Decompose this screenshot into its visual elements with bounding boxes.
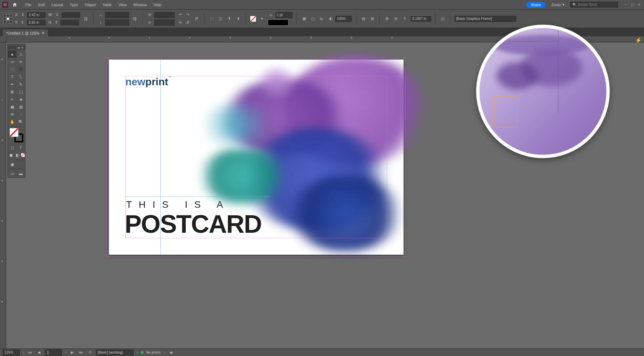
rotate-ccw-icon[interactable]: ↶: [177, 12, 184, 18]
close-icon[interactable]: ✕: [638, 3, 642, 7]
maximize-icon[interactable]: ◻: [631, 3, 635, 7]
menu-view[interactable]: View: [115, 0, 130, 10]
rectangle-frame-tool[interactable]: ⊠: [8, 88, 16, 96]
view-mode-icon[interactable]: ▣: [8, 161, 17, 168]
normal-mode-icon[interactable]: ▭: [8, 170, 16, 177]
apply-color-icon[interactable]: ◼: [8, 151, 14, 159]
line-tool[interactable]: ╲: [16, 73, 25, 80]
constrain-scale-icon[interactable]: ⛓: [132, 16, 138, 22]
eyedropper-tool[interactable]: ⟋: [16, 111, 25, 118]
constrain-proportions-icon[interactable]: ⛓: [83, 16, 89, 22]
opacity-dropdown[interactable]: 100%: [335, 16, 352, 22]
stepper-icon[interactable]: ⇕: [53, 20, 59, 26]
home-icon[interactable]: [11, 1, 18, 9]
first-page-icon[interactable]: ⏮: [27, 349, 33, 356]
select-container-icon[interactable]: ⬚: [209, 16, 215, 22]
ruler-vertical[interactable]: 0 1 2 3 4 5 6: [0, 42, 6, 348]
gradient-feather-tool[interactable]: ▨: [16, 103, 25, 111]
fill-swatch[interactable]: [250, 16, 256, 22]
document-page[interactable]: newprint™ THIS IS A POSTCARD: [109, 60, 404, 255]
content-collector-tool[interactable]: ⬚: [8, 65, 16, 73]
stepper-icon[interactable]: ⇕: [20, 12, 26, 18]
select-prev-icon[interactable]: ⬆: [226, 16, 233, 22]
reference-point-selector[interactable]: [3, 14, 12, 23]
page-tool[interactable]: ▭: [8, 58, 16, 65]
preflight-errors-label[interactable]: No errors: [146, 351, 161, 354]
shear-dropdown[interactable]: [154, 20, 175, 26]
fill-stroke-selector[interactable]: [10, 128, 23, 142]
fx-icon[interactable]: fx.: [319, 16, 325, 22]
object-style-dropdown[interactable]: [Basic Graphics Frame]: [455, 16, 516, 22]
pen-tool[interactable]: ✒: [8, 80, 16, 88]
type-tool[interactable]: T: [8, 73, 16, 80]
gap-input[interactable]: [411, 16, 431, 22]
formatting-text-icon[interactable]: T: [16, 144, 25, 151]
apply-gradient-icon[interactable]: ◧: [14, 151, 21, 159]
document-tab[interactable]: *Untitled-1 @ 125% ✕: [3, 29, 48, 36]
flip-v-icon[interactable]: ⇵: [185, 20, 191, 26]
corner-options-icon[interactable]: ◱: [440, 16, 446, 22]
open-navigator-icon[interactable]: ⟳: [87, 349, 93, 356]
preview-mode-icon[interactable]: ▬: [16, 170, 25, 177]
rotate-cw-icon[interactable]: ↷: [185, 12, 191, 18]
formatting-container-icon[interactable]: ▢: [8, 144, 16, 151]
menu-table[interactable]: Table: [99, 0, 115, 10]
select-content-icon[interactable]: ◫: [218, 16, 224, 22]
stock-search-input[interactable]: 🔍 Adobe Stock: [570, 2, 618, 8]
stroke-style-dropdown[interactable]: [268, 20, 288, 26]
align-icon[interactable]: ⊞: [384, 16, 390, 22]
gradient-swatch-tool[interactable]: ▦: [8, 103, 16, 111]
collapse-panel-icon[interactable]: ◂◂: [17, 46, 20, 49]
distribute-icon[interactable]: ⊟: [393, 16, 399, 22]
note-tool[interactable]: ✉: [8, 111, 16, 118]
menu-type[interactable]: Type: [66, 0, 82, 10]
y-input[interactable]: [27, 20, 46, 25]
free-transform-tool[interactable]: ◈: [16, 96, 25, 103]
hand-tool[interactable]: ✋: [8, 118, 16, 126]
stroke-weight-dropdown[interactable]: 1 pt: [275, 12, 293, 18]
fill-color-box[interactable]: [10, 128, 18, 137]
user-menu[interactable]: Zoran ▾: [548, 2, 567, 7]
rotate-dropdown[interactable]: [154, 12, 175, 18]
stepper-icon[interactable]: ⇕: [54, 12, 60, 18]
share-button[interactable]: Share: [526, 2, 546, 8]
page-number-input[interactable]: [45, 349, 62, 356]
menu-layout[interactable]: Layout: [48, 0, 66, 10]
ruler-guide[interactable]: [125, 196, 269, 197]
text-wrap-bound-icon[interactable]: ▥: [369, 16, 375, 22]
zoom-level-dropdown[interactable]: 125%: [3, 349, 20, 356]
preflight-nav-icon[interactable]: ◀: [168, 349, 174, 356]
menu-file[interactable]: File: [22, 0, 35, 10]
menu-window[interactable]: Window: [130, 0, 150, 10]
ruler-origin[interactable]: [0, 36, 6, 42]
content-placer-tool[interactable]: ⬛: [16, 65, 25, 73]
flip-h-icon[interactable]: ⇋: [177, 20, 184, 26]
gap-stepper-icon[interactable]: ⇕: [402, 16, 408, 22]
selection-tool[interactable]: ▲: [8, 50, 16, 58]
panel-flyout-icon[interactable]: ⚡: [635, 37, 642, 43]
frame-fit-icon[interactable]: ▢: [310, 16, 316, 22]
w-input[interactable]: [62, 12, 80, 18]
menu-help[interactable]: Help: [150, 0, 165, 10]
next-page-icon[interactable]: ▶: [69, 349, 75, 356]
rectangle-tool[interactable]: ▢: [16, 88, 25, 96]
select-next-icon[interactable]: ⬇: [235, 16, 242, 22]
fill-dropdown-icon[interactable]: ▾: [259, 16, 265, 22]
close-tab-icon[interactable]: ✕: [41, 31, 45, 35]
menu-object[interactable]: Object: [82, 0, 99, 10]
scale-x-dropdown[interactable]: [105, 12, 129, 18]
minimize-icon[interactable]: ─: [624, 3, 628, 7]
gap-tool[interactable]: ⇔: [16, 58, 25, 65]
text-wrap-none-icon[interactable]: ▤: [360, 16, 367, 22]
scale-y-dropdown[interactable]: [105, 20, 129, 26]
pencil-tool[interactable]: ✎: [16, 80, 25, 88]
scissors-tool[interactable]: ✂: [8, 96, 16, 103]
preflight-profile-dropdown[interactable]: [Basic] (working): [96, 349, 134, 356]
close-panel-icon[interactable]: ✕: [21, 46, 24, 49]
last-page-icon[interactable]: ⏭: [78, 349, 84, 356]
h-input[interactable]: [61, 20, 79, 25]
menu-edit[interactable]: Edit: [35, 0, 48, 10]
zoom-tool[interactable]: 🔍: [16, 118, 25, 126]
prev-page-icon[interactable]: ◀: [36, 349, 42, 356]
x-input[interactable]: [27, 12, 46, 18]
